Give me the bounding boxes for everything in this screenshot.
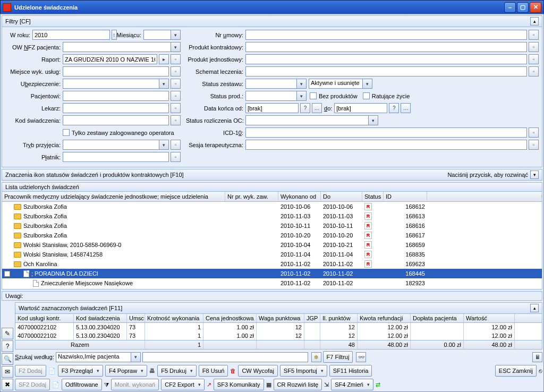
raport-next-icon[interactable]: ▸: [159, 54, 169, 64]
statusprod-combo[interactable]: [245, 91, 307, 101]
filters-collapse-icon[interactable]: ▴: [530, 17, 539, 25]
prodjedn-input[interactable]: [245, 54, 527, 64]
statusrozl-combo[interactable]: [245, 115, 378, 125]
nrumowy-input[interactable]: [245, 30, 527, 40]
filter-button[interactable]: F7 Filtruj: [323, 351, 353, 363]
platnik-input[interactable]: [63, 152, 169, 162]
raport-input[interactable]: [63, 54, 157, 64]
values-col[interactable]: Wartość: [464, 314, 515, 322]
f3-przeglad-button[interactable]: F3 Przegląd▾: [58, 365, 103, 377]
table-row[interactable]: Szulborska Zofia2010-10-112010-10-11R168…: [2, 221, 542, 231]
tryb-combo[interactable]: [63, 140, 169, 150]
prodjedn-lookup-icon[interactable]: ▫: [529, 54, 539, 64]
platnik-lookup-icon[interactable]: ▫: [171, 152, 181, 162]
values-col[interactable]: Waga punktowa: [257, 314, 304, 322]
nrumowy-lookup-icon[interactable]: ▫: [529, 30, 539, 40]
sf3-komunikaty-button[interactable]: SF3 Komunikaty: [214, 379, 264, 390]
prodkontr-lookup-icon[interactable]: ▫: [529, 42, 539, 52]
table-row[interactable]: Szulborska Zofia2010-10-062010-10-06R168…: [2, 202, 542, 211]
monit-button[interactable]: Monit. wykonań: [111, 379, 159, 390]
search-by-combo[interactable]: Nazwisko,Imię pacjenta: [56, 352, 141, 362]
cw-wycofaj-button[interactable]: CW Wycofaj: [238, 365, 277, 377]
collapse-icon[interactable]: −: [4, 271, 10, 277]
col-from[interactable]: Wykonano od: [278, 192, 321, 201]
f5-drukuj-button[interactable]: F5 Drukuj▾: [157, 365, 197, 377]
values-col[interactable]: Umsc: [127, 314, 145, 322]
values-col[interactable]: Kod usługi kontr.: [15, 314, 74, 322]
search-gear-icon[interactable]: ✼: [311, 352, 321, 362]
values-col[interactable]: Il. punktów: [320, 314, 358, 322]
table-row[interactable]: Szulborska Zofia2010-11-032010-11-03R168…: [2, 211, 542, 221]
side-mail-icon[interactable]: ✉: [2, 366, 13, 378]
dataod-pick-icon[interactable]: …: [312, 103, 322, 113]
table-row[interactable]: Znieczulenie Miejscowe Nasiękowe2010-11-…: [2, 288, 542, 289]
table-row[interactable]: Och Karolina2010-11-022010-11-02R169623: [2, 259, 542, 269]
raport-lookup-icon[interactable]: ▫: [171, 54, 181, 64]
miejsce-input[interactable]: [63, 66, 169, 76]
ubezp-combo[interactable]: [63, 79, 169, 89]
datado-pick-icon[interactable]: …: [401, 103, 411, 113]
pacjent-input[interactable]: [63, 91, 169, 101]
values-col[interactable]: Cena jednostkowa: [203, 314, 257, 322]
close-button[interactable]: ✕: [530, 2, 541, 13]
search-text-input[interactable]: [142, 352, 308, 362]
sesja-input[interactable]: [245, 140, 527, 150]
sf2-dodaj-button[interactable]: SF2 Dodaj: [15, 379, 50, 390]
datado-input[interactable]: [334, 103, 387, 113]
grid-body[interactable]: Szulborska Zofia2010-10-062010-10-06R168…: [2, 202, 542, 289]
status-expand-icon[interactable]: ▾: [530, 171, 539, 179]
side-help-icon[interactable]: ?: [2, 340, 13, 352]
odfiltrowane-button[interactable]: Odfiltrowane: [62, 379, 102, 390]
cr-rozwin-button[interactable]: CR Rozwiń listę: [274, 379, 322, 390]
f4-popraw-button[interactable]: F4 Popraw▾: [105, 365, 147, 377]
kod-input[interactable]: [63, 115, 169, 125]
lekarz-input[interactable]: [63, 103, 169, 113]
col-to[interactable]: Do: [321, 192, 362, 201]
schemat-lookup-icon[interactable]: ▫: [529, 66, 539, 76]
year-spin-icon[interactable]: ↕: [112, 30, 117, 40]
ratujace-checkbox[interactable]: [363, 92, 370, 99]
values-row[interactable]: 4070000221025.13.00.23040207311.00 zł121…: [15, 331, 542, 340]
values-col[interactable]: JGP: [304, 314, 320, 322]
values-row[interactable]: 4070000221025.13.00.23040207311.00 zł121…: [15, 323, 542, 331]
datado-clear-icon[interactable]: ?: [389, 103, 399, 113]
table-row[interactable]: Wolski Stanisław, 2010-5858-06969-02010-…: [2, 240, 542, 250]
month-combo[interactable]: [143, 30, 181, 40]
esc-zamknij-button[interactable]: ESC Zamknij: [495, 365, 537, 377]
values-col[interactable]: Krotność wykonania: [145, 314, 203, 322]
side-close-icon[interactable]: ✖: [2, 379, 13, 390]
sesja-lookup-icon[interactable]: ▫: [529, 140, 539, 150]
col-nrpr[interactable]: Nr pr. wyk. zaw.: [225, 192, 278, 201]
titlebar[interactable]: Udzielone świadczenia – ▢ ✕: [0, 0, 544, 14]
pacjent-lookup-icon[interactable]: ▫: [171, 91, 181, 101]
minimize-button[interactable]: –: [504, 2, 516, 13]
ubezp-lookup-icon[interactable]: ▫: [171, 79, 181, 89]
only-logged-checkbox[interactable]: [63, 129, 70, 136]
miejsce-lookup-icon[interactable]: ▫: [171, 66, 181, 76]
icd-lookup-icon[interactable]: ▫: [529, 127, 539, 138]
dataod-input[interactable]: [245, 103, 299, 113]
table-row[interactable]: Szulborska Zofia2010-10-202010-10-20R168…: [2, 231, 542, 240]
f2-dodaj-button[interactable]: F2 Dodaj: [15, 365, 46, 377]
col-worker[interactable]: Pracownik medyczny udzielający świadczen…: [2, 192, 225, 201]
values-col[interactable]: Kwota refundacji: [358, 314, 411, 322]
icd-input[interactable]: [245, 127, 527, 138]
kod-lookup-icon[interactable]: ▫: [171, 115, 181, 125]
ownfz-combo[interactable]: [63, 42, 181, 52]
f8-usun-button[interactable]: F8 Usuń: [199, 365, 228, 377]
dataod-clear-icon[interactable]: ?: [300, 103, 310, 113]
bezprod-checkbox[interactable]: [310, 92, 317, 99]
lekarz-lookup-icon[interactable]: ▫: [171, 103, 181, 113]
table-row[interactable]: Wolski Stanisław, 14587412582010-11-0420…: [2, 250, 542, 259]
maximize-button[interactable]: ▢: [517, 2, 529, 13]
statuszest-combo2[interactable]: Aktywne i usunięte: [309, 79, 372, 89]
schemat-input[interactable]: [245, 66, 527, 76]
tryb-lookup-icon[interactable]: ▫: [171, 140, 181, 150]
table-row[interactable]: Znieczulenie Miejscowe Nasiękowe2010-11-…: [2, 278, 542, 288]
values-col[interactable]: Dopłata pacjenta: [411, 314, 464, 322]
sf5-importuj-button[interactable]: SF5 Importuj▾: [280, 365, 327, 377]
side-edit-icon[interactable]: ✎: [2, 328, 13, 339]
side-search-icon[interactable]: 🔍: [2, 353, 13, 365]
values-collapse-icon[interactable]: ▴: [530, 304, 539, 312]
year-input[interactable]: [32, 30, 110, 40]
